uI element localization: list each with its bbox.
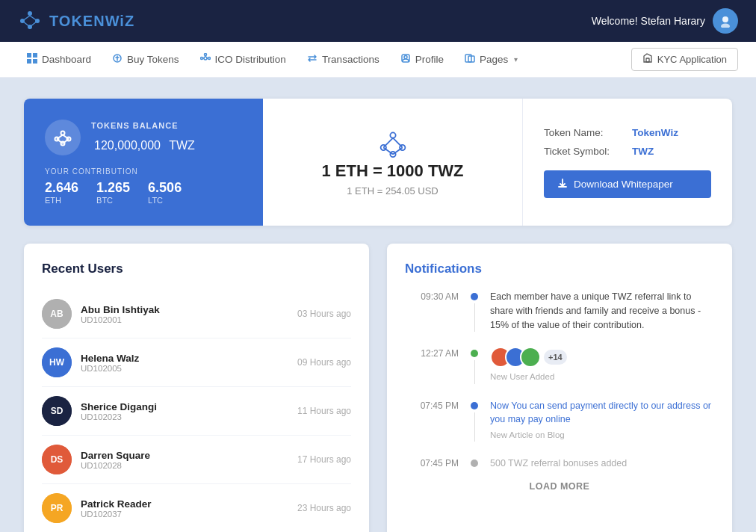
svg-line-42 bbox=[393, 147, 403, 154]
notif-line-col bbox=[471, 290, 478, 332]
svg-rect-13 bbox=[33, 59, 37, 64]
notif-line bbox=[474, 360, 475, 383]
svg-line-7 bbox=[30, 21, 37, 27]
notif-text: 500 TWZ referral bonuses added bbox=[490, 457, 714, 471]
contribution-section: YOUR CONTRIBUTION 2.646 ETH 1.265 BTC 6.… bbox=[45, 167, 242, 205]
notif-dot bbox=[471, 293, 478, 300]
svg-point-16 bbox=[204, 54, 206, 56]
svg-line-40 bbox=[393, 137, 403, 147]
token-symbol-row: Ticket Symbol: TWZ bbox=[544, 146, 711, 157]
notif-dot bbox=[471, 402, 478, 409]
avatar-count: +14 bbox=[544, 350, 567, 365]
contribution-row: 2.646 ETH 1.265 BTC 6.506 LTC bbox=[45, 180, 242, 205]
notif-meta: New User Added bbox=[490, 371, 714, 383]
user-name: Sherice Digangi bbox=[81, 401, 157, 412]
user-info: Abu Bin Ishtiyak UD102001 bbox=[81, 304, 160, 324]
nav-item-transactions[interactable]: Transactions bbox=[298, 49, 388, 70]
svg-line-4 bbox=[22, 16, 30, 21]
balance-amount: 120,000,000 TWZ bbox=[91, 132, 195, 155]
header: TOKENWiZ Welcome! Stefan Harary bbox=[0, 0, 756, 42]
eth-rate-card: 1 ETH = 1000 TWZ 1 ETH = 254.05 USD bbox=[263, 99, 523, 226]
ico-icon bbox=[200, 53, 211, 66]
notif-time: 12:27 AM bbox=[405, 347, 459, 383]
user-name: Patrick Reader bbox=[81, 498, 152, 510]
notifications-card: Notifications 09:30 AM Each member have … bbox=[387, 244, 732, 532]
nav-left: Dashboard Buy Tokens ICO Distribution Tr… bbox=[18, 49, 527, 70]
user-name: Helena Walz bbox=[81, 353, 139, 364]
user-avatar: HW bbox=[42, 347, 72, 377]
notif-time: 07:45 PM bbox=[405, 399, 459, 442]
recent-users-card: Recent Users AB Abu Bin Ishtiyak UD10200… bbox=[24, 244, 369, 532]
notif-line-col bbox=[471, 457, 478, 471]
user-left: SD Sherice Digangi UD102023 bbox=[42, 396, 157, 426]
user-id: UD102001 bbox=[81, 315, 160, 324]
notif-time: 09:30 AM bbox=[405, 290, 459, 332]
user-info: Darren Square UD102028 bbox=[81, 450, 150, 470]
user-item: HW Helena Walz UD102005 09 Hours ago bbox=[42, 338, 351, 387]
notif-content: 500 TWZ referral bonuses added bbox=[490, 457, 714, 471]
svg-point-17 bbox=[208, 58, 210, 60]
notifications-timeline: 09:30 AM Each member have a unique TWZ r… bbox=[405, 290, 714, 471]
logo-text: TOKENWiZ bbox=[49, 13, 134, 30]
load-more-button[interactable]: LOAD MORE bbox=[405, 471, 714, 492]
user-left: DS Darren Square UD102028 bbox=[42, 445, 150, 474]
eth-network-icon bbox=[378, 129, 408, 161]
bottom-row: Recent Users AB Abu Bin Ishtiyak UD10200… bbox=[24, 244, 732, 532]
nav: Dashboard Buy Tokens ICO Distribution Tr… bbox=[0, 42, 756, 78]
notif-content: +14 New User Added bbox=[490, 347, 714, 383]
avatar-group-item bbox=[520, 347, 541, 368]
avatar-group: +14 bbox=[490, 347, 714, 368]
kyc-button[interactable]: KYC Application bbox=[631, 48, 738, 71]
nav-item-dashboard[interactable]: Dashboard bbox=[18, 49, 100, 70]
nav-item-pages[interactable]: Pages ▾ bbox=[456, 49, 527, 70]
notif-content: Now You can send payment directly to our… bbox=[490, 399, 714, 442]
eth-usd: 1 ETH = 254.05 USD bbox=[347, 185, 438, 197]
user-name: Abu Bin Ishtiyak bbox=[81, 304, 160, 315]
balance-top: TOKENS BALANCE 120,000,000 TWZ bbox=[45, 120, 242, 155]
user-info: Patrick Reader UD102037 bbox=[81, 498, 152, 519]
token-icon-circle bbox=[45, 120, 81, 155]
avatar[interactable] bbox=[713, 8, 738, 34]
user-left: HW Helena Walz UD102005 bbox=[42, 347, 139, 377]
balance-card: TOKENS BALANCE 120,000,000 TWZ YOUR CONT… bbox=[24, 99, 263, 226]
kyc-icon bbox=[642, 53, 653, 66]
svg-point-0 bbox=[28, 11, 32, 16]
header-user: Welcome! Stefan Harary bbox=[592, 8, 738, 34]
user-id: UD102005 bbox=[81, 364, 139, 373]
user-id: UD102037 bbox=[81, 510, 152, 519]
user-time: 09 Hours ago bbox=[297, 357, 351, 368]
user-id: UD102028 bbox=[81, 461, 150, 470]
svg-rect-12 bbox=[27, 59, 31, 64]
svg-point-8 bbox=[722, 16, 728, 22]
user-time: 11 Hours ago bbox=[297, 406, 351, 416]
user-id: UD102023 bbox=[81, 412, 157, 421]
balance-info: TOKENS BALANCE 120,000,000 TWZ bbox=[91, 121, 195, 155]
svg-point-9 bbox=[721, 24, 730, 28]
user-item: AB Abu Bin Ishtiyak UD102001 03 Hours ag… bbox=[42, 290, 351, 338]
user-name: Darren Square bbox=[81, 450, 150, 461]
nav-item-ico[interactable]: ICO Distribution bbox=[191, 49, 295, 70]
user-time: 23 Hours ago bbox=[297, 503, 351, 513]
notifications-title: Notifications bbox=[405, 262, 714, 276]
welcome-text: Welcome! Stefan Harary bbox=[592, 15, 705, 27]
nav-item-profile[interactable]: Profile bbox=[391, 49, 453, 70]
svg-point-27 bbox=[61, 132, 65, 135]
eth-rate: 1 ETH = 1000 TWZ bbox=[321, 161, 463, 181]
logo: TOKENWiZ bbox=[18, 7, 134, 34]
user-time: 17 Hours ago bbox=[297, 454, 351, 465]
user-avatar: PR bbox=[42, 493, 72, 523]
notif-text: Each member have a unique TWZ referral l… bbox=[490, 290, 714, 332]
user-item: PR Patrick Reader UD102037 23 Hours ago bbox=[42, 484, 351, 532]
notif-time: 07:45 PM bbox=[405, 457, 459, 471]
user-item: SD Sherice Digangi UD102023 11 Hours ago bbox=[42, 387, 351, 436]
download-whitepaper-button[interactable]: Download Whitepaper bbox=[544, 170, 711, 198]
nav-item-buy-tokens[interactable]: Buy Tokens bbox=[103, 49, 188, 70]
svg-line-41 bbox=[383, 147, 393, 154]
notif-line-col bbox=[471, 347, 478, 383]
balance-label: TOKENS BALANCE bbox=[91, 121, 195, 130]
token-icon bbox=[112, 53, 123, 66]
svg-point-18 bbox=[200, 58, 202, 60]
notif-link-text[interactable]: Now You can send payment directly to our… bbox=[490, 399, 714, 427]
svg-rect-11 bbox=[33, 53, 37, 58]
user-info: Helena Walz UD102005 bbox=[81, 353, 139, 373]
